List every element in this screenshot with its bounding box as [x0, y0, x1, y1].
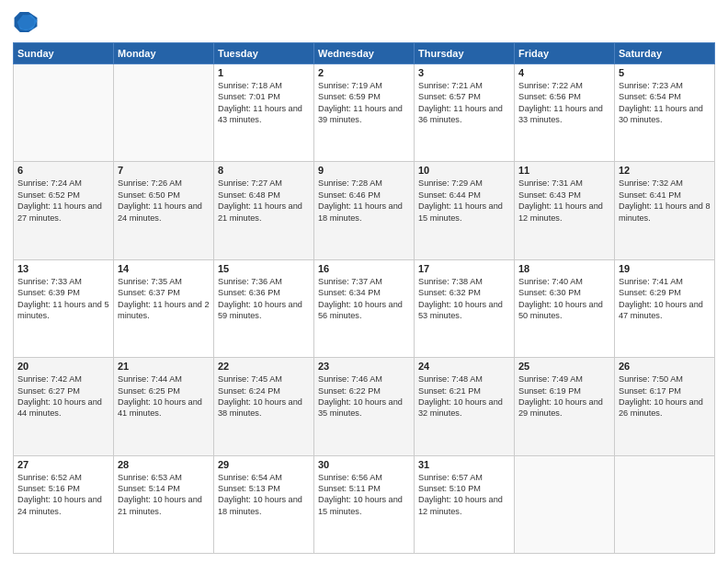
calendar-cell: 2Sunrise: 7:19 AMSunset: 6:59 PMDaylight…	[314, 64, 415, 162]
day-content: Sunrise: 7:35 AMSunset: 6:37 PMDaylight:…	[118, 276, 210, 322]
day-content: Sunrise: 7:38 AMSunset: 6:32 PMDaylight:…	[418, 276, 510, 322]
day-number: 22	[218, 361, 310, 372]
day-number: 25	[518, 361, 610, 372]
day-number: 2	[318, 67, 410, 78]
day-number: 3	[418, 67, 510, 78]
header	[13, 9, 715, 35]
day-content: Sunrise: 7:48 AMSunset: 6:21 PMDaylight:…	[418, 373, 510, 419]
day-number: 6	[17, 165, 109, 176]
day-number: 31	[418, 459, 510, 470]
day-content: Sunrise: 7:46 AMSunset: 6:22 PMDaylight:…	[318, 373, 410, 419]
day-number: 10	[418, 165, 510, 176]
calendar-cell: 30Sunrise: 6:56 AMSunset: 5:11 PMDayligh…	[314, 455, 415, 553]
day-content: Sunrise: 7:28 AMSunset: 6:46 PMDaylight:…	[318, 178, 410, 224]
day-content: Sunrise: 7:29 AMSunset: 6:44 PMDaylight:…	[418, 178, 510, 224]
calendar-cell: 18Sunrise: 7:40 AMSunset: 6:30 PMDayligh…	[515, 259, 615, 357]
calendar-cell: 28Sunrise: 6:53 AMSunset: 5:14 PMDayligh…	[114, 455, 214, 553]
calendar-week-row: 20Sunrise: 7:42 AMSunset: 6:27 PMDayligh…	[14, 358, 715, 455]
day-content: Sunrise: 7:22 AMSunset: 6:56 PMDaylight:…	[518, 80, 610, 126]
day-number: 18	[518, 263, 610, 274]
day-number: 19	[619, 263, 711, 274]
day-content: Sunrise: 7:27 AMSunset: 6:48 PMDaylight:…	[218, 178, 310, 224]
calendar-cell: 20Sunrise: 7:42 AMSunset: 6:27 PMDayligh…	[14, 358, 114, 455]
day-content: Sunrise: 6:52 AMSunset: 5:16 PMDaylight:…	[17, 472, 109, 518]
calendar-cell	[615, 455, 715, 553]
calendar-week-row: 27Sunrise: 6:52 AMSunset: 5:16 PMDayligh…	[14, 455, 715, 553]
day-number: 21	[118, 361, 210, 372]
day-number: 14	[118, 263, 210, 274]
calendar-cell: 22Sunrise: 7:45 AMSunset: 6:24 PMDayligh…	[214, 358, 314, 455]
calendar-cell: 24Sunrise: 7:48 AMSunset: 6:21 PMDayligh…	[415, 358, 515, 455]
calendar-table: SundayMondayTuesdayWednesdayThursdayFrid…	[13, 42, 715, 554]
day-content: Sunrise: 7:45 AMSunset: 6:24 PMDaylight:…	[218, 373, 310, 419]
day-content: Sunrise: 7:36 AMSunset: 6:36 PMDaylight:…	[218, 276, 310, 322]
day-number: 13	[17, 263, 109, 274]
logo	[13, 9, 40, 35]
day-content: Sunrise: 7:23 AMSunset: 6:54 PMDaylight:…	[619, 80, 711, 126]
logo-icon	[13, 9, 39, 35]
calendar-cell: 21Sunrise: 7:44 AMSunset: 6:25 PMDayligh…	[114, 358, 214, 455]
calendar-cell: 10Sunrise: 7:29 AMSunset: 6:44 PMDayligh…	[415, 162, 515, 259]
calendar-cell	[14, 64, 114, 162]
calendar-cell: 29Sunrise: 6:54 AMSunset: 5:13 PMDayligh…	[214, 455, 314, 553]
day-content: Sunrise: 7:26 AMSunset: 6:50 PMDaylight:…	[118, 178, 210, 224]
day-number: 11	[518, 165, 610, 176]
day-number: 9	[318, 165, 410, 176]
calendar-cell: 31Sunrise: 6:57 AMSunset: 5:10 PMDayligh…	[415, 455, 515, 553]
calendar-cell: 6Sunrise: 7:24 AMSunset: 6:52 PMDaylight…	[14, 162, 114, 259]
calendar-cell: 27Sunrise: 6:52 AMSunset: 5:16 PMDayligh…	[14, 455, 114, 553]
calendar-cell	[515, 455, 615, 553]
day-content: Sunrise: 7:18 AMSunset: 7:01 PMDaylight:…	[218, 80, 310, 126]
calendar-cell: 12Sunrise: 7:32 AMSunset: 6:41 PMDayligh…	[615, 162, 715, 259]
weekday-header: Saturday	[615, 43, 715, 64]
day-content: Sunrise: 7:24 AMSunset: 6:52 PMDaylight:…	[17, 178, 109, 224]
day-number: 17	[418, 263, 510, 274]
calendar-cell: 1Sunrise: 7:18 AMSunset: 7:01 PMDaylight…	[214, 64, 314, 162]
calendar-cell: 26Sunrise: 7:50 AMSunset: 6:17 PMDayligh…	[615, 358, 715, 455]
calendar-cell: 14Sunrise: 7:35 AMSunset: 6:37 PMDayligh…	[114, 259, 214, 357]
day-number: 30	[318, 459, 410, 470]
weekday-header: Thursday	[415, 43, 515, 64]
day-content: Sunrise: 7:33 AMSunset: 6:39 PMDaylight:…	[17, 276, 109, 322]
calendar-cell: 13Sunrise: 7:33 AMSunset: 6:39 PMDayligh…	[14, 259, 114, 357]
calendar-cell: 25Sunrise: 7:49 AMSunset: 6:19 PMDayligh…	[515, 358, 615, 455]
day-content: Sunrise: 7:41 AMSunset: 6:29 PMDaylight:…	[619, 276, 711, 322]
weekday-header: Friday	[515, 43, 615, 64]
day-content: Sunrise: 7:32 AMSunset: 6:41 PMDaylight:…	[619, 178, 711, 224]
calendar-cell: 3Sunrise: 7:21 AMSunset: 6:57 PMDaylight…	[415, 64, 515, 162]
header-row: SundayMondayTuesdayWednesdayThursdayFrid…	[14, 43, 715, 64]
day-content: Sunrise: 7:49 AMSunset: 6:19 PMDaylight:…	[518, 373, 610, 419]
calendar-cell: 7Sunrise: 7:26 AMSunset: 6:50 PMDaylight…	[114, 162, 214, 259]
weekday-header: Monday	[114, 43, 214, 64]
calendar-cell: 4Sunrise: 7:22 AMSunset: 6:56 PMDaylight…	[515, 64, 615, 162]
calendar-cell: 5Sunrise: 7:23 AMSunset: 6:54 PMDaylight…	[615, 64, 715, 162]
day-number: 15	[218, 263, 310, 274]
day-content: Sunrise: 6:54 AMSunset: 5:13 PMDaylight:…	[218, 472, 310, 518]
calendar-cell: 8Sunrise: 7:27 AMSunset: 6:48 PMDaylight…	[214, 162, 314, 259]
day-content: Sunrise: 7:40 AMSunset: 6:30 PMDaylight:…	[518, 276, 610, 322]
day-number: 5	[619, 67, 711, 78]
calendar-cell: 15Sunrise: 7:36 AMSunset: 6:36 PMDayligh…	[214, 259, 314, 357]
page: SundayMondayTuesdayWednesdayThursdayFrid…	[0, 0, 728, 563]
calendar-cell: 9Sunrise: 7:28 AMSunset: 6:46 PMDaylight…	[314, 162, 415, 259]
day-number: 7	[118, 165, 210, 176]
day-content: Sunrise: 7:21 AMSunset: 6:57 PMDaylight:…	[418, 80, 510, 126]
day-content: Sunrise: 7:42 AMSunset: 6:27 PMDaylight:…	[17, 373, 109, 419]
day-content: Sunrise: 6:56 AMSunset: 5:11 PMDaylight:…	[318, 472, 410, 518]
calendar-cell	[114, 64, 214, 162]
weekday-header: Wednesday	[314, 43, 415, 64]
day-number: 29	[218, 459, 310, 470]
day-number: 23	[318, 361, 410, 372]
day-content: Sunrise: 7:37 AMSunset: 6:34 PMDaylight:…	[318, 276, 410, 322]
calendar-cell: 23Sunrise: 7:46 AMSunset: 6:22 PMDayligh…	[314, 358, 415, 455]
day-number: 28	[118, 459, 210, 470]
day-content: Sunrise: 7:44 AMSunset: 6:25 PMDaylight:…	[118, 373, 210, 419]
day-number: 1	[218, 67, 310, 78]
weekday-header: Tuesday	[214, 43, 314, 64]
day-content: Sunrise: 6:53 AMSunset: 5:14 PMDaylight:…	[118, 472, 210, 518]
day-content: Sunrise: 7:50 AMSunset: 6:17 PMDaylight:…	[619, 373, 711, 419]
calendar-cell: 19Sunrise: 7:41 AMSunset: 6:29 PMDayligh…	[615, 259, 715, 357]
day-number: 20	[17, 361, 109, 372]
calendar-week-row: 13Sunrise: 7:33 AMSunset: 6:39 PMDayligh…	[14, 259, 715, 357]
day-number: 26	[619, 361, 711, 372]
